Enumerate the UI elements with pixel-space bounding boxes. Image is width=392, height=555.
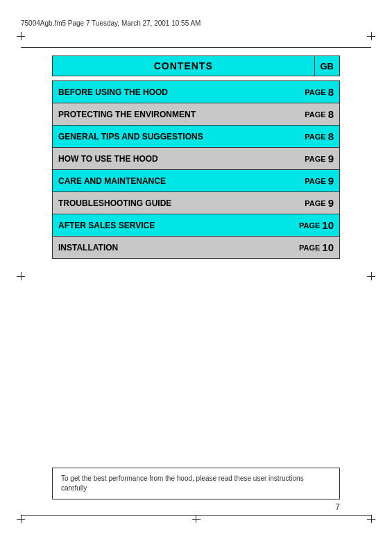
toc-page-number: 9: [328, 197, 334, 209]
toc-page-number: 8: [328, 86, 334, 98]
toc-page-number: 8: [328, 108, 334, 120]
contents-title: CONTENTS: [52, 56, 315, 76]
toc-page-text: PAGE: [305, 133, 325, 141]
header-divider: [21, 47, 371, 48]
page-number: 7: [335, 502, 340, 512]
header-text: 75004Agb.fm5 Page 7 Tuesday, March 27, 2…: [21, 19, 201, 27]
footer-divider: [21, 515, 371, 516]
toc-table: BEFORE USING THE HOODPAGE 8PROTECTING TH…: [52, 80, 340, 259]
toc-page-text: PAGE: [305, 155, 325, 163]
toc-page-text: PAGE: [299, 221, 320, 230]
toc-row-label: BEFORE USING THE HOOD: [53, 81, 284, 103]
main-content: CONTENTS GB BEFORE USING THE HOODPAGE 8P…: [52, 56, 340, 259]
toc-row: TROUBLESHOOTING GUIDEPAGE 9: [52, 192, 340, 214]
toc-row: INSTALLATIONPAGE 10: [52, 237, 340, 259]
toc-row: CARE AND MAINTENANCEPAGE 9: [52, 170, 340, 192]
header-bar: 75004Agb.fm5 Page 7 Tuesday, March 27, 2…: [21, 19, 371, 27]
toc-page-text: PAGE: [299, 244, 320, 252]
toc-row-label: TROUBLESHOOTING GUIDE: [53, 192, 284, 214]
crop-mark-mr: [366, 271, 377, 282]
bottom-note: To get the best performance from the hoo…: [52, 468, 340, 500]
toc-row-page: PAGE 9: [284, 170, 339, 191]
toc-row-page: PAGE 8: [284, 126, 339, 147]
toc-page-text: PAGE: [305, 88, 325, 96]
toc-row-page: PAGE 10: [284, 214, 339, 236]
toc-page-number: 10: [322, 219, 334, 231]
toc-page-number: 9: [328, 153, 334, 164]
toc-row-label: CARE AND MAINTENANCE: [53, 170, 284, 191]
toc-row: BEFORE USING THE HOODPAGE 8: [52, 80, 340, 103]
toc-row-page: PAGE 9: [284, 192, 339, 214]
contents-header: CONTENTS GB: [52, 56, 340, 76]
toc-row-page: PAGE 9: [284, 148, 339, 169]
toc-page-text: PAGE: [305, 177, 325, 185]
toc-page-text: PAGE: [305, 199, 325, 207]
page-container: 75004Agb.fm5 Page 7 Tuesday, March 27, 2…: [0, 0, 392, 555]
toc-row-label: INSTALLATION: [53, 237, 284, 258]
toc-row-label: GENERAL TIPS AND SUGGESTIONS: [53, 126, 284, 147]
toc-page-text: PAGE: [305, 110, 325, 119]
crop-mark-tl: [15, 31, 26, 42]
toc-page-number: 8: [328, 130, 334, 142]
toc-row-page: PAGE 8: [284, 81, 339, 103]
contents-gb-label: GB: [315, 56, 341, 76]
toc-page-number: 10: [322, 241, 334, 253]
toc-row-page: PAGE 10: [284, 237, 339, 258]
toc-row-label: HOW TO USE THE HOOD: [53, 148, 284, 169]
toc-row-page: PAGE 8: [284, 103, 339, 125]
toc-row: AFTER SALES SERVICEPAGE 10: [52, 214, 340, 237]
toc-row: PROTECTING THE ENVIRONMENTPAGE 8: [52, 103, 340, 126]
toc-row: HOW TO USE THE HOODPAGE 9: [52, 148, 340, 170]
toc-row-label: PROTECTING THE ENVIRONMENT: [53, 103, 284, 125]
crop-mark-ml: [15, 271, 26, 282]
toc-row: GENERAL TIPS AND SUGGESTIONSPAGE 8: [52, 126, 340, 148]
crop-mark-tr: [366, 31, 377, 42]
toc-page-number: 9: [328, 175, 334, 187]
toc-row-label: AFTER SALES SERVICE: [53, 214, 284, 236]
